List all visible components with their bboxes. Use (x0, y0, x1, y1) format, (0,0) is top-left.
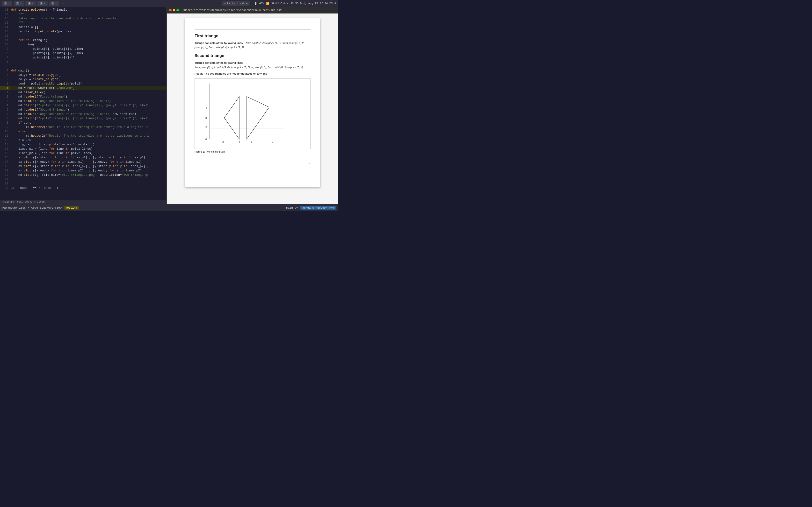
svg-text:3: 3 (205, 117, 207, 119)
code-line-14b: 14 lines_p1 = [line for line in poly1.li… (0, 147, 166, 151)
code-line-18b: 18 ax.plot ([x.start.x for x in lines_p2… (0, 164, 166, 169)
tab-icon-3: ▪ (32, 2, 33, 5)
time-display: 12:16 PM (320, 2, 333, 5)
chart-container: 2 4 5 8 0 2 3 4 (195, 78, 311, 149)
code-editor: 18 def create_polygon() → Triangle: 17 "… (0, 7, 167, 204)
code-line-14: 14 points = [] (0, 25, 166, 30)
svg-text:4: 4 (239, 140, 240, 144)
chart-caption-text: Two triange graph (205, 151, 225, 153)
section-1-bold-label: Triange consists of the following lines: (195, 42, 244, 44)
result-text: Result: The two triangles are not contig… (195, 72, 311, 75)
code-line-7: 7 points[2], points[0]))) (0, 56, 166, 60)
bottom-right-items: main.py Jordans-MacBook-Pro (286, 206, 336, 210)
bottom-code: Code (32, 206, 38, 209)
bottom-tilde: ~ (28, 206, 30, 209)
bottom-item-tilde: ~ (28, 206, 30, 209)
kitty-title: kitty / zsh (227, 2, 245, 5)
editor-status-text: "main.py" 58L, 2074C written (2, 201, 45, 203)
code-line-7b: 7 md.italic(f"{poly2.lines[0]}, {poly2.l… (0, 116, 166, 121)
code-line-8b: 8 if cont: (0, 121, 166, 125)
tab-num-3: 4 (28, 2, 31, 5)
code-line-16b: 16 ax.plot ([x.start.x for x in lines_p1… (0, 156, 166, 160)
tab-icon-1: ▪ (8, 2, 10, 5)
code-line-18a: 18 def create_polygon() → Triangle: (0, 8, 166, 12)
code-line-5b: 5 md.header1("Second triange") (0, 108, 166, 112)
pdf-content[interactable]: First triange Triange consists of the fo… (167, 13, 338, 204)
code-line-21: 21 (0, 177, 166, 181)
tab-num-1: 2 (4, 2, 7, 5)
code-line-19b: 19 ax.plot ([x.end.x for x in lines_p2] … (0, 169, 166, 173)
code-line-4b: 4 md.italic(f"{poly1.lines[0]}, {poly1.l… (0, 103, 166, 108)
section-2-heading: Second triange (195, 53, 311, 58)
code-line-17: 17 """ (0, 12, 166, 16)
code-line-15: 15 """ (0, 21, 166, 25)
code-line-3b: 3 md.bold("Triange consists of the follo… (0, 99, 166, 103)
code-line-22: 22 (0, 181, 166, 186)
code-line-8: 8 points[1], points[2]), Line( (0, 51, 166, 56)
code-line-15b: 15 lines_p2 = [line for line in poly2.li… (0, 151, 166, 156)
maximize-button[interactable] (176, 9, 179, 11)
code-line-17b: 17 ax.plot ([x.end.x for x in lines_p1] … (0, 160, 166, 164)
bottom-bar: MarkdownWriter ~ Code StackOverflow Test… (0, 204, 338, 211)
code-line-6b: 6 md.bold("Triange consists of the follo… (0, 112, 166, 116)
bottom-item-stackoverflow: StackOverflow (40, 206, 62, 209)
bottom-markdownwriter: MarkdownWriter (2, 206, 26, 209)
code-line-23: 23 if __name__ == "__main__": (0, 186, 166, 190)
kitty-label: ⌨ kitty / zsh ↻ (222, 1, 249, 6)
tab-icon-5: ▪ (55, 2, 57, 5)
tab-5[interactable]: 6 ▪ (49, 1, 59, 6)
chart-caption: Figure 1: Two triange graph (195, 151, 311, 153)
pdf-page: First triange Triange consists of the fo… (185, 18, 320, 187)
code-line-2b: 2 md.header1("First triange") (0, 95, 166, 99)
code-line-6a: 6 (0, 60, 166, 64)
terminal-icon: ⌨ (224, 2, 225, 5)
tab-icon-4: ▪ (44, 2, 45, 5)
section-2-bold-label: Triange consists of the following lines: (195, 61, 244, 64)
tab-3[interactable]: 4 ▪ (26, 1, 36, 6)
code-line-3a: 3 poly1 = create_polygon() (0, 73, 166, 77)
new-tab-button[interactable]: + (61, 1, 65, 6)
tab-icon-2: ▪ (20, 2, 22, 5)
svg-text:0: 0 (205, 138, 207, 141)
close-button[interactable] (169, 9, 171, 11)
bottom-stackoverflow: StackOverflow (40, 206, 62, 209)
bottom-item-code: Code (32, 206, 38, 209)
system-status: 🔋 48% 📶 Stuff-Fibre_90_5G Wed, Aug 25 12… (254, 1, 337, 5)
tab-num-5: 6 (51, 2, 54, 5)
code-line-13: 13 points = input_points(points) (0, 30, 166, 34)
pdf-divider-bottom (195, 158, 311, 158)
tab-4[interactable]: 5 ▪ (37, 1, 48, 6)
tab-num-4: 5 (40, 2, 43, 5)
svg-text:2: 2 (205, 125, 207, 128)
code-line-10: 10 Line( (0, 43, 166, 47)
triangle-chart: 2 4 5 8 0 2 3 4 (197, 81, 289, 146)
code-line-12b: 12 n = 256 (0, 138, 166, 143)
code-line-16: 16 Takes input from the user and builds … (0, 16, 166, 21)
svg-text:2: 2 (222, 140, 224, 144)
code-line-20b: 20 md.plot(fig, file_name="plot_triangle… (0, 173, 166, 177)
code-line-10b: 10 else: (0, 129, 166, 134)
bottom-item-markdownwriter: MarkdownWriter (2, 206, 26, 209)
code-line-11: 11 return Triangle( (0, 38, 166, 43)
minimize-button[interactable] (173, 9, 175, 11)
tab-1[interactable]: 2 ▪ (2, 1, 12, 6)
code-line-5: 5 (0, 64, 166, 68)
bottom-hostname: Jordans-MacBook-Pro (300, 206, 336, 210)
pdf-divider-top (195, 30, 311, 30)
pdf-viewer: /Users/atidyshirt/Documents/Files/Python… (167, 7, 338, 204)
chart-caption-bold: Figure 1: (195, 151, 205, 153)
reload-icon: ↻ (246, 2, 248, 5)
main-area: 18 def create_polygon() → Triangle: 17 "… (0, 7, 338, 204)
code-line-2a: 2 poly2 = create_polygon() (0, 77, 166, 81)
battery-icon: 🔋 (254, 2, 257, 5)
pdf-page-number: 1 (195, 163, 311, 166)
code-line-13b: 13 fig, ax = plt.subplots( nrows=1, ncol… (0, 143, 166, 147)
window-controls (169, 9, 179, 11)
tab-2[interactable]: 3 ▪ (14, 1, 24, 6)
battery-level: 48% (259, 2, 264, 5)
code-content[interactable]: 18 def create_polygon() → Triangle: 17 "… (0, 7, 166, 200)
section-2-italic: from point (5, 4) to point (5, 0), from … (195, 66, 311, 69)
code-line-1a: 1 cont = poly1.checkContiguity(poly2) (0, 81, 166, 86)
active-tab-testing[interactable]: Testing (63, 206, 79, 210)
code-line-1b: 1 md.clear_file() (0, 90, 166, 95)
